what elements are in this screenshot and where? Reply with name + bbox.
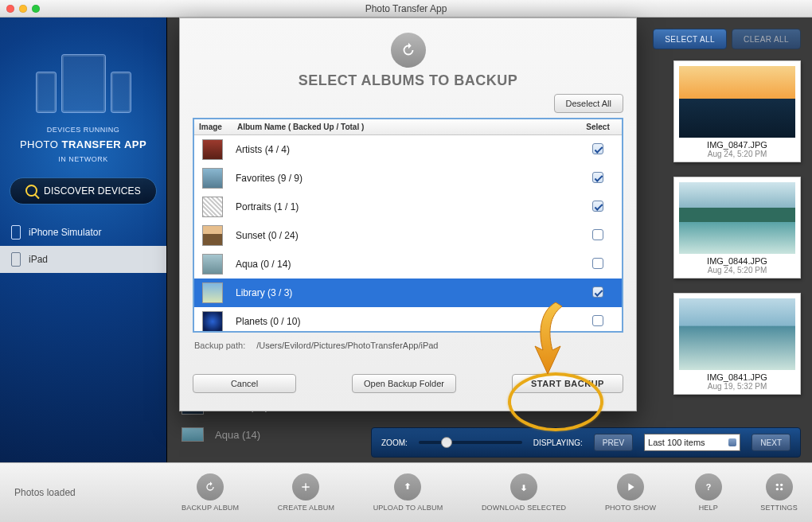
backup-path-label: Backup path:	[194, 341, 245, 350]
album-select-checkbox[interactable]	[592, 315, 603, 326]
displaying-label: DISPLAYING:	[533, 438, 583, 447]
photo-show-button[interactable]: PHOTO SHOW	[605, 473, 656, 512]
album-row[interactable]: Planets (0 / 10)	[194, 307, 622, 333]
album-thumb-icon	[202, 311, 223, 332]
album-row[interactable]: Artists (4 / 4)	[194, 135, 622, 164]
svg-point-4	[780, 488, 783, 490]
album-select-checkbox[interactable]	[592, 143, 603, 154]
photo-date: Aug 24, 5:20 PM	[679, 150, 795, 158]
album-select-checkbox[interactable]	[592, 172, 603, 183]
upload-button[interactable]: UPLOAD TO ALBUM	[373, 473, 443, 512]
device-name: iPhone Simulator	[29, 227, 101, 238]
upload-icon	[401, 481, 414, 493]
device-icon	[11, 252, 21, 267]
photo-thumbnail	[679, 298, 795, 370]
album-row[interactable]: Sunset (0 / 24)	[194, 221, 622, 250]
album-row[interactable]: Library (3 / 3)	[194, 279, 622, 307]
photo-thumbnail	[679, 182, 795, 254]
close-icon[interactable]	[6, 5, 14, 13]
album-thumb-icon	[182, 427, 204, 442]
device-name: iPad	[29, 254, 48, 265]
backup-path-value: /Users/Evilord/Pictures/PhotoTransferApp…	[256, 341, 438, 350]
album-select-checkbox[interactable]	[592, 201, 603, 212]
window-title: Photo Transfer App	[0, 3, 812, 14]
column-header-image[interactable]: Image	[194, 123, 234, 131]
album-thumb-icon	[202, 225, 223, 246]
settings-button[interactable]: SETTINGS	[760, 473, 798, 512]
create-album-button[interactable]: CREATE ALBUM	[278, 473, 334, 512]
column-header-name[interactable]: Album Name ( Backed Up / Total )	[234, 123, 574, 131]
svg-point-1	[775, 484, 778, 486]
album-row[interactable]: Favorites (9 / 9)	[194, 164, 622, 193]
device-item[interactable]: iPad	[0, 246, 166, 273]
window-titlebar: Photo Transfer App	[0, 0, 812, 18]
album-name: Aqua (0 / 14)	[223, 259, 574, 270]
sidebar-caption: DEVICES RUNNING PHOTO TRANSFER APP IN NE…	[0, 124, 166, 166]
download-icon	[517, 481, 530, 493]
displaying-select[interactable]: Last 100 items	[644, 434, 740, 451]
sidebar: DEVICES RUNNING PHOTO TRANSFER APP IN NE…	[0, 18, 167, 462]
photo-card[interactable]: IMG_0841.JPGAug 19, 5:32 PM	[673, 293, 801, 395]
photo-filename: IMG_0844.JPG	[679, 256, 795, 266]
album-name: Artists (4 / 4)	[223, 144, 574, 155]
device-icon	[11, 225, 21, 240]
album-row[interactable]: Aqua (0 / 14)	[194, 250, 622, 279]
column-header-select[interactable]: Select	[574, 123, 622, 131]
next-button[interactable]: NEXT	[751, 434, 791, 451]
album-thumb-icon	[202, 139, 223, 160]
album-thumb-icon	[202, 254, 223, 275]
photo-card[interactable]: IMG_0844.JPGAug 24, 5:20 PM	[673, 177, 801, 279]
bottom-toolbar: Photos loaded BACKUP ALBUM CREATE ALBUM …	[0, 462, 812, 522]
album-thumb-icon	[202, 282, 223, 303]
album-name: Planets (0 / 10)	[223, 316, 574, 327]
album-name: Sunset (0 / 24)	[223, 230, 574, 241]
download-button[interactable]: DOWNLOAD SELECTED	[482, 473, 566, 512]
clear-all-button[interactable]: CLEAR ALL	[732, 29, 801, 49]
svg-point-2	[780, 484, 783, 486]
photo-date: Aug 24, 5:20 PM	[679, 266, 795, 275]
album-select-checkbox[interactable]	[592, 258, 603, 269]
photo-filename: IMG_0847.JPG	[679, 140, 795, 150]
backup-dialog: SELECT ALBUMS TO BACKUP Deselect All Ima…	[179, 18, 637, 411]
album-row[interactable]: Portraits (1 / 1)	[194, 193, 622, 221]
zoom-bar: ZOOM: DISPLAYING: PREV Last 100 items NE…	[371, 427, 801, 458]
plus-icon	[299, 481, 312, 493]
svg-text:?: ?	[705, 482, 711, 492]
album-row-aqua[interactable]: Aqua (14)	[182, 427, 260, 442]
photo-thumbnail	[679, 66, 795, 138]
select-all-button[interactable]: SELECT ALL	[653, 29, 727, 49]
albums-table: Image Album Name ( Backed Up / Total ) S…	[193, 118, 623, 333]
album-name: Library (3 / 3)	[223, 287, 574, 298]
discover-devices-button[interactable]: DISCOVER DEVICES	[10, 177, 157, 205]
album-thumb-icon	[202, 168, 223, 189]
album-select-checkbox[interactable]	[592, 229, 603, 240]
status-text: Photos loaded	[0, 487, 167, 498]
album-select-checkbox[interactable]	[592, 286, 603, 298]
zoom-icon[interactable]	[32, 5, 40, 13]
settings-icon	[773, 481, 786, 493]
cancel-button[interactable]: Cancel	[193, 374, 296, 393]
prev-button[interactable]: PREV	[594, 434, 633, 451]
search-icon	[25, 185, 37, 197]
album-name: Portraits (1 / 1)	[223, 201, 574, 212]
dialog-title: SELECT ALBUMS TO BACKUP	[193, 72, 623, 89]
device-item[interactable]: iPhone Simulator	[0, 219, 166, 246]
play-icon	[624, 481, 637, 493]
photo-filename: IMG_0841.JPG	[679, 372, 795, 382]
start-backup-button[interactable]: START BACKUP	[512, 374, 623, 393]
backup-album-button[interactable]: BACKUP ALBUM	[182, 473, 239, 512]
photo-date: Aug 19, 5:32 PM	[679, 382, 795, 391]
zoom-slider[interactable]	[419, 441, 522, 444]
album-name: Favorites (9 / 9)	[223, 173, 574, 184]
help-icon: ?	[702, 481, 715, 493]
minimize-icon[interactable]	[19, 5, 27, 13]
deselect-all-button[interactable]: Deselect All	[554, 94, 623, 113]
help-button[interactable]: ? HELP	[695, 473, 722, 512]
svg-point-3	[775, 488, 778, 490]
photo-card[interactable]: IMG_0847.JPGAug 24, 5:20 PM	[673, 60, 801, 162]
open-backup-folder-button[interactable]: Open Backup Folder	[352, 374, 456, 393]
zoom-label: ZOOM:	[381, 438, 408, 447]
backup-icon	[204, 481, 217, 493]
devices-illustration	[0, 41, 166, 113]
backup-dialog-icon	[391, 33, 426, 68]
